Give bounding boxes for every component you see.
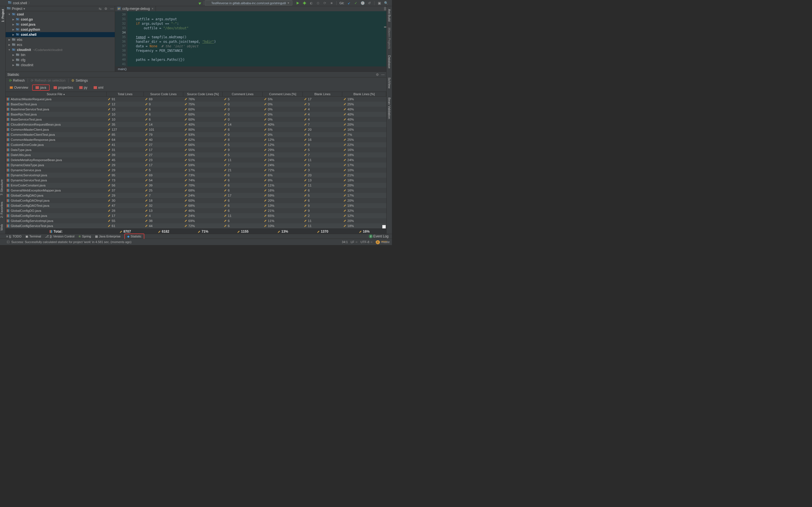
- chevron-icon[interactable]: ▼: [8, 13, 11, 16]
- tree-item[interactable]: ▶cool.shell: [6, 32, 115, 37]
- tool-window-favorites[interactable]: 2: Favorites: [0, 200, 3, 219]
- chevron-icon[interactable]: ▶: [12, 59, 15, 61]
- tool-window-ant[interactable]: Ant Build: [388, 7, 391, 23]
- table-row[interactable]: CustomErrorCode.java412766%512%922%: [6, 142, 386, 147]
- stop-icon[interactable]: ■: [329, 1, 334, 5]
- search-everywhere-icon[interactable]: 🔍: [384, 1, 388, 5]
- table-row[interactable]: DynamicServiceImpl.java956973%66%2021%: [6, 173, 386, 178]
- project-tree[interactable]: ▼cool▶cool.go▶cool.java▶cool.python▶cool…: [6, 11, 115, 71]
- column-header[interactable]: Blank Lines: [303, 92, 342, 96]
- tool-window-structure[interactable]: 7: Structure: [0, 178, 3, 197]
- chevron-icon[interactable]: ▶: [12, 28, 15, 31]
- tool-window-todo[interactable]: ≡6: TODO: [6, 235, 21, 238]
- table-row[interactable]: DynamicDataType.java291759%724%517%: [6, 163, 386, 168]
- table-row[interactable]: DynamicService.java29517%2172%310%: [6, 168, 386, 173]
- table-row[interactable]: GeneralWebExceptionMapper.java372568%616…: [6, 188, 386, 193]
- editor-breadcrumb[interactable]: main(): [115, 66, 386, 71]
- stat-table-body[interactable]: AbstractMasterRequest.java916976%55%1719…: [6, 97, 386, 228]
- table-row[interactable]: CommonMasterClient.java12710180%65%2016%: [6, 127, 386, 132]
- table-row[interactable]: BaseDaoTest.java12975%00%325%: [6, 102, 386, 107]
- gear-icon[interactable]: ⚙: [376, 73, 379, 76]
- run-configuration-selector[interactable]: TestReverse in gitlab.alibaba-inc.com/co…: [205, 0, 292, 6]
- column-header[interactable]: Source File▲: [6, 92, 107, 96]
- chevron-icon[interactable]: ▶: [12, 54, 15, 56]
- table-row[interactable]: CommonMasterClientTest.java857993%00%67%: [6, 132, 386, 137]
- tool-window-terminal[interactable]: ▣Terminal: [26, 235, 41, 238]
- tree-item[interactable]: ▼cloudinit~/Code/work/cloudinit: [6, 47, 115, 52]
- vcs-update-icon[interactable]: ↙: [347, 1, 351, 5]
- hide-icon[interactable]: —: [381, 73, 385, 76]
- table-row[interactable]: DataType.java311755%929%516%: [6, 147, 386, 152]
- debug-icon[interactable]: [303, 1, 306, 5]
- table-row[interactable]: DateUtils.java392769%513%718%: [6, 152, 386, 158]
- table-row[interactable]: BaseInnerServiceTest.java10660%00%440%: [6, 107, 386, 112]
- tool-window-beanvalidation[interactable]: Bean Validation: [388, 96, 391, 121]
- status-caret-pos[interactable]: 34:1: [342, 240, 348, 244]
- tree-item[interactable]: ▶cool.python: [6, 27, 115, 32]
- column-header[interactable]: Source Code Lines: [144, 92, 183, 96]
- editor-code[interactable]: outfile = args.output if args.output == …: [128, 11, 386, 66]
- project-structure-icon[interactable]: ▣: [377, 1, 381, 5]
- table-row[interactable]: GlobalConfigDAOImpl.java301860%620%620%: [6, 198, 386, 203]
- table-row[interactable]: AbstractMasterRequest.java916976%55%1719…: [6, 97, 386, 102]
- stat-tab-xml[interactable]: xml: [91, 85, 106, 91]
- close-icon[interactable]: ×: [151, 7, 153, 11]
- tool-window-maven[interactable]: Maven Projects: [388, 26, 391, 51]
- table-row[interactable]: GlobalConfigDAOTest.java473268%613%919%: [6, 203, 386, 208]
- table-row[interactable]: BaseRpcTest.java10660%00%440%: [6, 112, 386, 117]
- chevron-icon[interactable]: ▶: [12, 23, 15, 26]
- chevron-icon[interactable]: ▶: [8, 43, 11, 46]
- table-row[interactable]: GlobalConfigServiceImpl.java553869%611%1…: [6, 218, 386, 223]
- chevron-icon[interactable]: ▶: [12, 64, 15, 66]
- column-header[interactable]: Total Lines: [107, 92, 144, 96]
- tree-item[interactable]: ▶ebs: [6, 37, 115, 42]
- stat-tab-py[interactable]: py: [77, 85, 90, 91]
- tree-item[interactable]: ▶cool.go: [6, 17, 115, 22]
- tool-window-spring[interactable]: ❀Spring: [79, 235, 91, 238]
- tree-item[interactable]: ▶bin: [6, 52, 115, 57]
- tool-window-project[interactable]: 1: Project: [1, 7, 4, 24]
- table-row[interactable]: GlobalConfigService.java17424%1165%212%: [6, 213, 386, 218]
- tool-window-web[interactable]: Web: [0, 223, 3, 232]
- gear-icon[interactable]: ⚙: [104, 7, 107, 11]
- status-encoding[interactable]: UTF-8 ≑: [361, 240, 373, 244]
- vcs-commit-icon[interactable]: ✓: [354, 1, 358, 5]
- stat-tab-properties[interactable]: properties: [51, 85, 75, 91]
- make-icon[interactable]: [198, 1, 202, 5]
- tool-window-database[interactable]: Database: [388, 54, 391, 70]
- coverage-icon[interactable]: ◐: [309, 1, 313, 5]
- column-header[interactable]: Blank Lines [%]: [342, 92, 386, 96]
- profile-icon[interactable]: ⊙: [316, 1, 320, 5]
- run-icon[interactable]: [296, 1, 300, 5]
- table-row[interactable]: BaseServiceTest.java10660%00%440%: [6, 117, 386, 122]
- collapse-icon[interactable]: ⇆: [99, 7, 101, 11]
- vcs-revert-icon[interactable]: ↺: [367, 1, 371, 5]
- column-header[interactable]: Comment Lines [%]: [263, 92, 303, 96]
- stat-tab-overview[interactable]: Overview: [7, 85, 31, 91]
- scrollbar[interactable]: [382, 97, 386, 228]
- table-row[interactable]: DynamicServiceTest.java735474%68%1318%: [6, 178, 386, 183]
- chevron-down-icon[interactable]: ▾: [23, 7, 25, 11]
- table-row[interactable]: CloudinitVersionRequestBean.java351440%1…: [6, 122, 386, 127]
- breadcrumb[interactable]: cool.shell 〉: [6, 0, 33, 6]
- tool-window-eventlog[interactable]: Event Log: [373, 234, 389, 238]
- table-row[interactable]: GlobalConfigServiceTest.java614472%610%1…: [6, 223, 386, 228]
- tool-window-javaee[interactable]: ▦Java Enterprise: [95, 235, 120, 238]
- tree-item[interactable]: ▶cfg: [6, 57, 115, 62]
- tree-item[interactable]: ▼cool: [6, 12, 115, 17]
- tree-item[interactable]: ▶cool.java: [6, 22, 115, 27]
- table-row[interactable]: DeleteMetaKeyResponseBean.java452351%112…: [6, 158, 386, 163]
- vcs-history-icon[interactable]: 🕘: [361, 1, 364, 5]
- table-row[interactable]: GlobalConfigDO.java281346%621%932%: [6, 208, 386, 213]
- editor-body[interactable]: 303132333435363738394041 outfile = args.…: [115, 11, 386, 66]
- refresh-button[interactable]: ⟳ Refresh: [7, 78, 27, 83]
- table-row[interactable]: GlobalConfigDAO.java29724%1759%517%: [6, 193, 386, 198]
- chevron-icon[interactable]: ▶: [12, 33, 15, 36]
- trace-icon[interactable]: ⟳: [323, 1, 327, 5]
- settings-button[interactable]: ⚙ Settings: [70, 78, 89, 83]
- tree-item[interactable]: ▶ecs: [6, 42, 115, 47]
- tree-item[interactable]: ▶cloudinit: [6, 62, 115, 68]
- chevron-icon[interactable]: ▼: [8, 48, 11, 51]
- chevron-icon[interactable]: ▶: [8, 38, 11, 41]
- tool-window-sciview[interactable]: SciView: [388, 76, 391, 90]
